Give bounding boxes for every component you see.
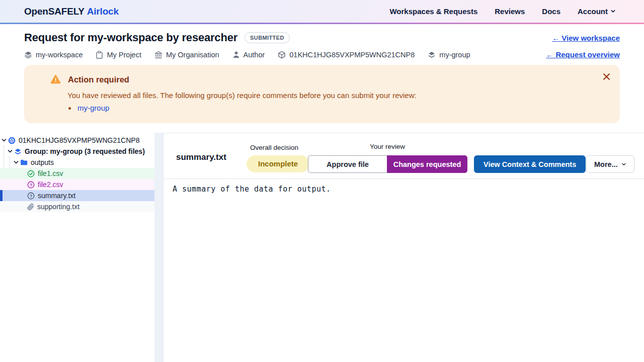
- nav-account-label: Account: [578, 7, 608, 16]
- nav-reviews[interactable]: Reviews: [495, 7, 525, 16]
- warning-icon: [50, 74, 61, 84]
- overall-decision-badge: Incomplete: [247, 155, 309, 172]
- alert-list-item: my-group: [76, 104, 594, 112]
- request-header: Request for my-workspace by researcher S…: [0, 24, 644, 59]
- tree-item-outputs-folder[interactable]: outputs: [0, 157, 154, 168]
- app-logo[interactable]: OpenSAFELYAirlock: [24, 6, 119, 17]
- question-circle-icon: ?: [27, 181, 35, 189]
- svg-text:?: ?: [30, 182, 32, 187]
- organisation-icon: [154, 51, 163, 59]
- file-title: summary.txt: [176, 152, 226, 162]
- logo-airlock: Airlock: [87, 6, 119, 17]
- file-panel: summary.txt Overall decision Incomplete …: [163, 133, 644, 362]
- file-tree: 01KHC1HJG85VXPMP5WNG21CNP8 Group: my-gro…: [0, 133, 154, 212]
- tree-item-request-id[interactable]: 01KHC1HJG85VXPMP5WNG21CNP8: [0, 135, 154, 146]
- file-panel-header: summary.txt Overall decision Incomplete …: [164, 133, 644, 179]
- clipboard-icon: [96, 51, 103, 59]
- layers-icon: [24, 51, 32, 59]
- tree-item-file1[interactable]: file1.csv: [0, 168, 154, 179]
- work-area: 01KHC1HJG85VXPMP5WNG21CNP8 Group: my-gro…: [0, 133, 644, 362]
- status-badge: SUBMITTED: [245, 32, 290, 43]
- file-tree-sidebar: 01KHC1HJG85VXPMP5WNG21CNP8 Group: my-gro…: [0, 133, 154, 362]
- meta-author: Author: [232, 51, 265, 59]
- group-icon: [14, 148, 22, 155]
- changes-requested-button[interactable]: Changes requested: [387, 155, 467, 173]
- meta-project: My Project: [96, 51, 141, 59]
- svg-text:?: ?: [30, 193, 32, 198]
- file-content-text: A summary of the data for output.: [164, 179, 644, 199]
- approve-file-button[interactable]: Approve file: [308, 155, 387, 173]
- alert-group-list: my-group: [76, 104, 594, 112]
- request-overview-link[interactable]: ← Request overview: [546, 50, 620, 59]
- nav-menu: Workspaces & Requests Reviews Docs Accou…: [389, 7, 616, 16]
- review-button-group: Approve file Changes requested: [308, 155, 467, 173]
- more-button-label: More...: [594, 160, 618, 168]
- question-circle-icon: ?: [27, 192, 35, 200]
- check-circle-icon: [27, 170, 35, 177]
- more-button[interactable]: More...: [586, 155, 634, 173]
- top-navbar: OpenSAFELYAirlock Workspaces & Requests …: [0, 0, 644, 23]
- paperclip-icon: [27, 203, 34, 211]
- group-icon: [428, 51, 436, 59]
- nav-workspaces-requests[interactable]: Workspaces & Requests: [389, 7, 477, 16]
- cube-circle-icon: [8, 137, 16, 144]
- chevron-down-icon[interactable]: [13, 159, 19, 165]
- view-context-comments-button[interactable]: View Context & Comments: [474, 155, 586, 173]
- tree-item-supporting[interactable]: supporting.txt: [0, 201, 154, 212]
- meta-request-id: 01KHC1HJG85VXPMP5WNG21CNP8: [278, 51, 415, 59]
- nav-docs[interactable]: Docs: [542, 7, 560, 16]
- overall-decision-label: Overall decision: [244, 144, 304, 151]
- meta-workspace: my-workspace: [24, 51, 83, 59]
- alert-title: Action required: [68, 75, 129, 84]
- nav-account[interactable]: Account: [578, 7, 616, 16]
- request-meta: my-workspace My Project My Organisation …: [24, 50, 620, 59]
- tree-item-file2[interactable]: ? file2.csv: [0, 179, 154, 190]
- meta-group: my-group: [428, 51, 470, 59]
- view-workspace-link[interactable]: ← View workspace: [552, 34, 620, 42]
- alert-message: You have reviewed all files. The followi…: [67, 91, 594, 100]
- chevron-down-icon: [621, 162, 626, 167]
- chevron-down-icon[interactable]: [1, 137, 7, 143]
- logo-opensafely: OpenSAFELY: [24, 6, 85, 17]
- cube-icon: [278, 51, 286, 59]
- tree-item-summary[interactable]: ? summary.txt: [0, 190, 154, 201]
- chevron-down-icon: [610, 9, 616, 14]
- action-required-alert: Action required You have reviewed all fi…: [24, 65, 620, 123]
- page-title: Request for my-workspace by researcher: [24, 31, 237, 44]
- meta-organisation: My Organisation: [154, 51, 219, 59]
- close-icon[interactable]: [601, 71, 612, 82]
- user-icon: [232, 51, 240, 58]
- your-review-label: Your review: [357, 143, 418, 150]
- tree-item-group[interactable]: Group: my-group (3 requested files): [0, 146, 154, 157]
- chevron-down-icon[interactable]: [7, 148, 13, 154]
- folder-icon: [20, 159, 28, 166]
- alert-group-link[interactable]: my-group: [77, 104, 109, 112]
